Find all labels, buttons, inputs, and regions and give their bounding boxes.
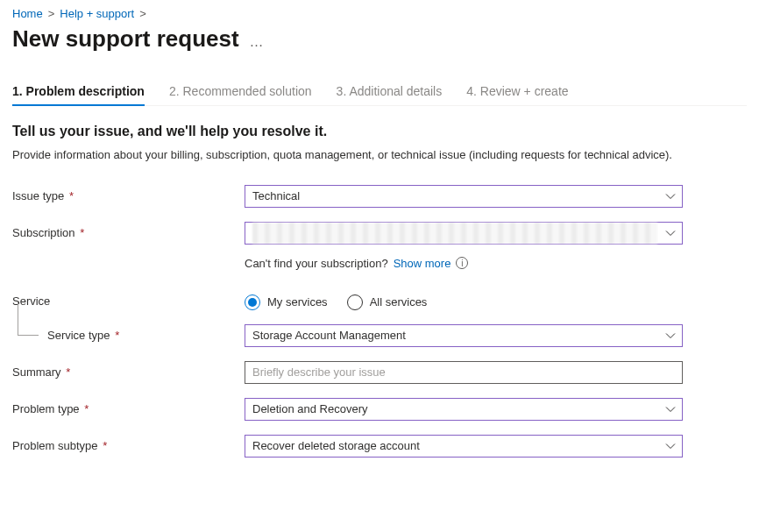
subscription-hint-text: Can't find your subscription? — [245, 257, 388, 270]
required-marker: * — [80, 226, 84, 239]
required-marker: * — [115, 329, 119, 342]
breadcrumb-home[interactable]: Home — [12, 7, 43, 20]
required-marker: * — [103, 439, 107, 452]
issue-type-select[interactable]: Technical — [245, 185, 683, 208]
tab-review-create[interactable]: 4. Review + create — [466, 84, 568, 105]
tree-connector-icon — [18, 302, 39, 336]
label-summary: Summary — [12, 365, 61, 379]
issue-type-value: Technical — [252, 189, 300, 202]
breadcrumb-sep-2: > — [139, 7, 146, 20]
step-tabs: 1. Problem description 2. Recommended so… — [12, 84, 747, 106]
tab-recommended-solution[interactable]: 2. Recommended solution — [169, 84, 312, 105]
label-problem-type: Problem type — [12, 402, 80, 415]
problem-type-select[interactable]: Deletion and Recovery — [245, 398, 683, 421]
breadcrumb: Home > Help + support > — [12, 7, 747, 20]
tab-problem-description[interactable]: 1. Problem description — [12, 84, 145, 105]
radio-all-services-label: All services — [370, 295, 428, 309]
radio-all-services[interactable]: All services — [347, 294, 428, 310]
required-marker: * — [84, 402, 89, 415]
section-heading: Tell us your issue, and we'll help you r… — [12, 124, 747, 139]
breadcrumb-sep-1: > — [48, 7, 55, 20]
label-service-type: Service type — [47, 329, 110, 342]
service-type-select[interactable]: Storage Account Management — [245, 324, 683, 347]
label-problem-subtype: Problem subtype — [12, 439, 98, 452]
section-subtext: Provide information about your billing, … — [12, 146, 713, 164]
problem-type-value: Deletion and Recovery — [252, 402, 368, 415]
page-title: New support request — [12, 25, 239, 53]
problem-subtype-select[interactable]: Recover deleted storage account — [245, 435, 683, 458]
problem-subtype-value: Recover deleted storage account — [252, 439, 420, 452]
required-marker: * — [66, 365, 70, 379]
service-type-value: Storage Account Management — [252, 329, 406, 342]
label-issue-type: Issue type — [12, 189, 64, 202]
radio-my-services[interactable]: My services — [245, 294, 328, 310]
radio-my-services-label: My services — [267, 295, 328, 309]
subscription-select[interactable] — [245, 222, 683, 245]
tab-additional-details[interactable]: 3. Additional details — [337, 84, 443, 105]
radio-checked-icon — [245, 294, 260, 310]
info-icon[interactable]: i — [456, 257, 468, 269]
summary-input[interactable] — [245, 361, 683, 384]
breadcrumb-help-support[interactable]: Help + support — [60, 7, 134, 20]
subscription-value-redacted — [252, 223, 657, 244]
more-actions-icon[interactable]: … — [250, 29, 266, 50]
show-more-link[interactable]: Show more — [394, 257, 451, 270]
radio-unchecked-icon — [347, 294, 363, 310]
label-subscription: Subscription — [12, 226, 75, 239]
required-marker: * — [69, 189, 74, 202]
